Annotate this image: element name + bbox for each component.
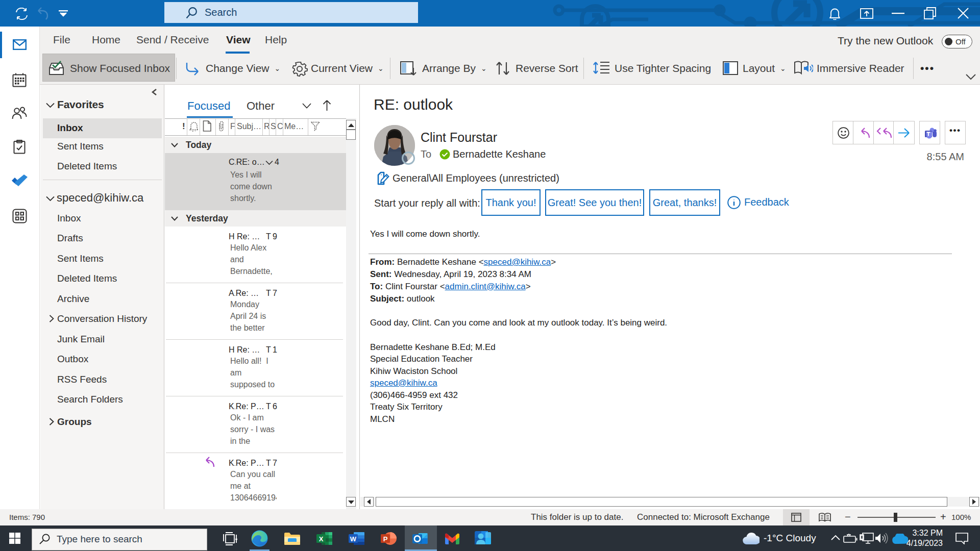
svg-text:W: W bbox=[350, 535, 357, 543]
svg-text:X: X bbox=[319, 535, 324, 543]
svg-text:P: P bbox=[383, 535, 388, 543]
